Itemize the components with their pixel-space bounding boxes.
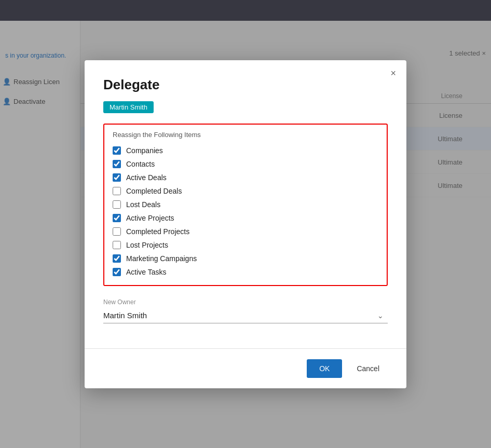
checkbox-active-tasks[interactable]: Active Tasks bbox=[113, 265, 378, 279]
checkbox-lost-deals[interactable]: Lost Deals bbox=[113, 198, 378, 211]
cancel-button[interactable]: Cancel bbox=[348, 359, 388, 378]
checkbox-contacts[interactable]: Contacts bbox=[113, 157, 378, 171]
items-box-label: Reassign the Following Items bbox=[113, 131, 378, 139]
modal-title: Delegate bbox=[103, 77, 388, 93]
new-owner-section: New Owner Martin Smith bbox=[103, 298, 388, 323]
modal-body: × Delegate Martin Smith Reassign the Fol… bbox=[85, 60, 406, 348]
checkbox-marketing-campaigns[interactable]: Marketing Campaigns bbox=[113, 252, 378, 265]
delegate-modal: × Delegate Martin Smith Reassign the Fol… bbox=[85, 60, 406, 388]
close-button[interactable]: × bbox=[390, 69, 396, 78]
new-owner-wrap[interactable]: Martin Smith bbox=[103, 308, 388, 323]
checkbox-completed-deals[interactable]: Completed Deals bbox=[113, 184, 378, 198]
modal-footer: OK Cancel bbox=[85, 348, 406, 388]
checkbox-active-deals[interactable]: Active Deals bbox=[113, 171, 378, 184]
new-owner-label: New Owner bbox=[103, 298, 388, 306]
checkbox-lost-projects[interactable]: Lost Projects bbox=[113, 238, 378, 252]
ok-button[interactable]: OK bbox=[307, 359, 342, 378]
user-badge: Martin Smith bbox=[103, 101, 154, 113]
reassign-items-box: Reassign the Following Items Companies C… bbox=[103, 124, 388, 286]
checkbox-active-projects[interactable]: Active Projects bbox=[113, 211, 378, 225]
new-owner-select[interactable]: Martin Smith bbox=[103, 308, 388, 323]
modal-backdrop: × Delegate Martin Smith Reassign the Fol… bbox=[0, 0, 491, 448]
checkbox-companies[interactable]: Companies bbox=[113, 144, 378, 157]
checkbox-completed-projects[interactable]: Completed Projects bbox=[113, 225, 378, 238]
